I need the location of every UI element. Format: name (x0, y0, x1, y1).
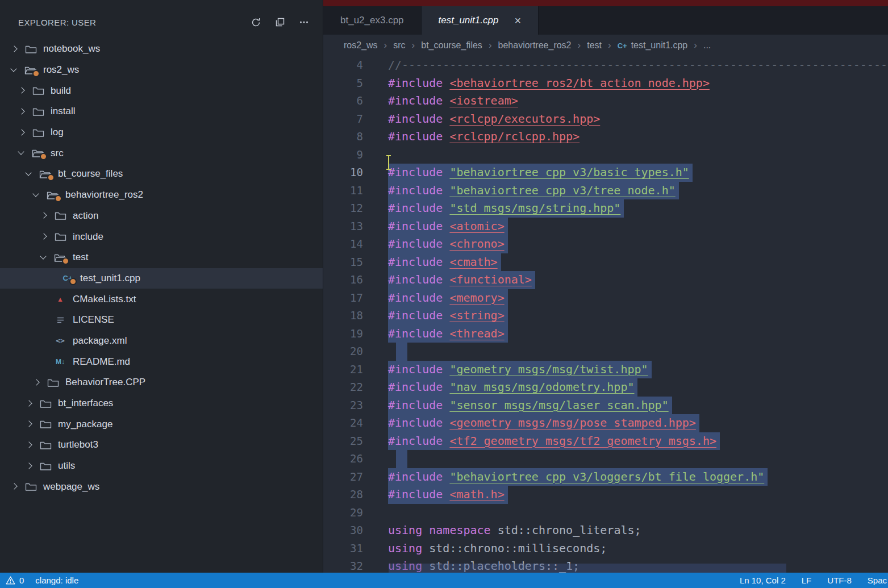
line-number[interactable]: 16 (323, 271, 363, 289)
tree-item-webpage_ws[interactable]: webpage_ws (0, 476, 323, 497)
breadcrumb[interactable]: ros2_ws›src›bt_course_files›behaviortree… (323, 35, 888, 56)
tree-item-log[interactable]: log (0, 122, 323, 143)
line-number[interactable]: 25 (323, 432, 363, 451)
line-number[interactable]: 22 (323, 378, 363, 397)
code-line-29[interactable]: 29 (323, 504, 888, 522)
code-editor[interactable]: 4//-------------------------------------… (323, 56, 888, 573)
tree-item-ros2_ws[interactable]: ros2_ws (0, 60, 323, 81)
tree-item-test_unit1.cpp[interactable]: C+test_unit1.cpp (0, 268, 323, 289)
line-number[interactable]: 14 (323, 235, 363, 253)
line-number[interactable]: 11 (323, 182, 363, 200)
line-number[interactable]: 5 (323, 74, 363, 93)
code-line-16[interactable]: 16#include <functional> (323, 271, 888, 289)
code-line-24[interactable]: 24#include <geometry_msgs/msg/pose_stamp… (323, 414, 888, 432)
tree-item-CMakeLists.txt[interactable]: ▲CMakeLists.txt (0, 289, 323, 310)
breadcrumb-ros2_ws[interactable]: ros2_ws (344, 40, 378, 51)
code-line-13[interactable]: 13#include <atomic> (323, 218, 888, 236)
line-number[interactable]: 30 (323, 522, 363, 540)
code-line-23[interactable]: 23#include "sensor_msgs/msg/laser_scan.h… (323, 397, 888, 415)
status-cursor-position[interactable]: Ln 10, Col 2 (740, 576, 786, 585)
code-line-12[interactable]: 12#include "std_msgs/msg/string.hpp" (323, 199, 888, 218)
line-number[interactable]: 26 (323, 450, 363, 468)
tree-item-notebook_ws[interactable]: notebook_ws (0, 39, 323, 60)
status-language-server[interactable]: clangd: idle (35, 576, 78, 585)
code-line-20[interactable]: 20 (323, 343, 888, 361)
code-line-8[interactable]: 8#include <rclcpp/rclcpp.hpp> (323, 128, 888, 146)
code-line-10[interactable]: 10#include "behaviortree_cpp_v3/basic_ty… (323, 164, 888, 182)
tree-item-action[interactable]: action (0, 206, 323, 227)
tree-item-turtlebot3[interactable]: turtlebot3 (0, 435, 323, 456)
code-line-15[interactable]: 15#include <cmath> (323, 253, 888, 272)
tree-item-test[interactable]: test (0, 247, 323, 268)
line-number[interactable]: 31 (323, 540, 363, 558)
line-number[interactable]: 9 (323, 146, 363, 164)
code-line-5[interactable]: 5#include <behaviortree_ros2/bt_action_n… (323, 74, 888, 93)
line-number[interactable]: 21 (323, 361, 363, 379)
line-number[interactable]: 20 (323, 343, 363, 361)
line-number[interactable]: 23 (323, 397, 363, 415)
code-line-21[interactable]: 21#include "geometry_msgs/msg/twist.hpp" (323, 361, 888, 379)
tree-item-install[interactable]: install (0, 101, 323, 122)
breadcrumb-behaviortree_ros2[interactable]: behaviortree_ros2 (498, 40, 572, 51)
tree-item-behaviortree_ros2[interactable]: behaviortree_ros2 (0, 185, 323, 206)
more-actions-icon[interactable] (299, 17, 309, 27)
line-number[interactable]: 8 (323, 128, 363, 146)
code-line-26[interactable]: 26 (323, 450, 888, 468)
refresh-icon[interactable] (251, 17, 261, 28)
close-icon[interactable]: × (514, 15, 521, 26)
code-line-19[interactable]: 19#include <thread> (323, 325, 888, 343)
line-number[interactable]: 27 (323, 468, 363, 486)
tree-item-bt_interfaces[interactable]: bt_interfaces (0, 393, 323, 414)
status-eol[interactable]: LF (802, 576, 812, 585)
tree-item-include[interactable]: include (0, 226, 323, 247)
code-line-27[interactable]: 27#include "behaviortree_cpp_v3/loggers/… (323, 468, 888, 486)
code-line-30[interactable]: 30using namespace std::chrono_literals; (323, 522, 888, 540)
line-number[interactable]: 28 (323, 486, 363, 504)
line-number[interactable]: 7 (323, 110, 363, 128)
tree-item-my_package[interactable]: my_package (0, 414, 323, 435)
code-line-7[interactable]: 7#include <rclcpp/executors.hpp> (323, 110, 888, 128)
breadcrumb-bt_course_files[interactable]: bt_course_files (421, 40, 482, 51)
line-number[interactable]: 24 (323, 414, 363, 432)
breadcrumb-test_unit1.cpp[interactable]: C+test_unit1.cpp (618, 40, 688, 51)
line-number[interactable]: 18 (323, 307, 363, 325)
tree-item-bt_course_files[interactable]: bt_course_files (0, 164, 323, 185)
code-line-18[interactable]: 18#include <string> (323, 307, 888, 325)
horizontal-scrollbar[interactable] (389, 564, 786, 573)
code-line-6[interactable]: 6#include <iostream> (323, 92, 888, 110)
code-line-22[interactable]: 22#include "nav_msgs/msg/odometry.hpp" (323, 378, 888, 397)
line-number[interactable]: 6 (323, 92, 363, 110)
line-number[interactable]: 29 (323, 504, 363, 522)
tab-test_unit1.cpp[interactable]: test_unit1.cpp× (422, 6, 539, 35)
tree-item-utils[interactable]: utils (0, 456, 323, 477)
breadcrumb-test[interactable]: test (587, 40, 602, 51)
line-number[interactable]: 10 (323, 164, 363, 182)
tree-item-package.xml[interactable]: <>package.xml (0, 331, 323, 352)
line-number[interactable]: 19 (323, 325, 363, 343)
tree-item-LICENSE[interactable]: LICENSE (0, 310, 323, 331)
code-line-4[interactable]: 4//-------------------------------------… (323, 56, 888, 74)
line-number[interactable]: 12 (323, 199, 363, 218)
line-number[interactable]: 17 (323, 289, 363, 307)
code-line-14[interactable]: 14#include <chrono> (323, 235, 888, 253)
line-number[interactable]: 32 (323, 557, 363, 573)
line-number[interactable]: 13 (323, 218, 363, 236)
status-encoding[interactable]: UTF-8 (827, 576, 852, 585)
code-line-25[interactable]: 25#include <tf2_geometry_msgs/tf2_geomet… (323, 432, 888, 451)
line-number[interactable]: 4 (323, 56, 363, 74)
line-number[interactable]: 15 (323, 253, 363, 272)
code-line-9[interactable]: 9 (323, 146, 888, 164)
tree-item-README.md[interactable]: M↓README.md (0, 351, 323, 372)
breadcrumb-...[interactable]: ... (703, 40, 711, 51)
tree-item-build[interactable]: build (0, 80, 323, 101)
tree-item-src[interactable]: src (0, 143, 323, 164)
tree-item-BehaviorTree.CPP[interactable]: BehaviorTree.CPP (0, 372, 323, 393)
code-line-17[interactable]: 17#include <memory> (323, 289, 888, 307)
breadcrumb-src[interactable]: src (393, 40, 405, 51)
code-line-28[interactable]: 28#include <math.h> (323, 486, 888, 504)
copy-icon[interactable] (275, 17, 285, 27)
status-indentation[interactable]: Spac (868, 576, 887, 585)
code-line-11[interactable]: 11#include "behaviortree_cpp_v3/tree_nod… (323, 182, 888, 200)
tab-bt_u2_ex3.cpp[interactable]: bt_u2_ex3.cpp (323, 6, 422, 35)
status-problems[interactable]: 0 (6, 576, 24, 585)
